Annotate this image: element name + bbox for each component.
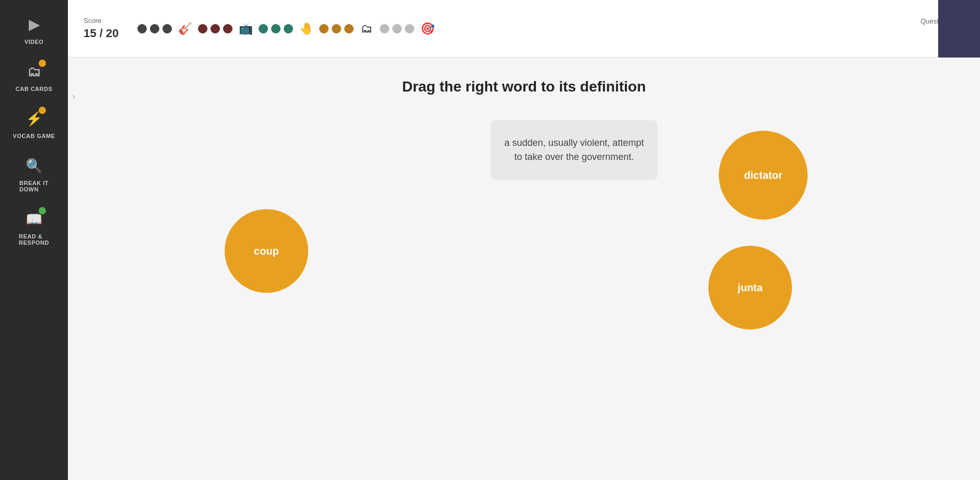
spinner-icon: 🎯 — [417, 19, 437, 39]
sidebar: ▶ VIDEO 🗂 CAB CARDS ⚡ VOCAB GAME 🔍 BREAK… — [0, 0, 68, 480]
word-circle-junta[interactable]: junta — [708, 246, 792, 329]
progress-dot-4 — [198, 24, 207, 33]
definition-box: a sudden, usually violent, attempt to ta… — [491, 120, 658, 180]
progress-dot-14 — [392, 24, 402, 33]
guitar-icon: 🎸 — [175, 19, 195, 39]
score-label: Score — [84, 17, 101, 25]
word-dictator-label: dictator — [744, 169, 782, 181]
progress-dot-2 — [150, 24, 159, 33]
main-content: Score 15 / 20 🎸 📺 🤚 — [68, 0, 980, 480]
score-section: Score 15 / 20 — [84, 17, 119, 40]
vocab-game-badge — [39, 107, 46, 114]
progress-dot-1 — [137, 24, 147, 33]
progress-dot-12 — [344, 24, 354, 33]
sidebar-item-break-it-down-label: BREAK ITDOWN — [19, 180, 49, 192]
cab-cards-icon: 🗂 — [27, 64, 41, 80]
progress-dot-13 — [380, 24, 389, 33]
definition-text: a sudden, usually violent, attempt to ta… — [504, 138, 644, 162]
progress-dot-10 — [319, 24, 329, 33]
hand-icon: 🤚 — [296, 19, 316, 39]
sidebar-item-video[interactable]: ▶ VIDEO — [0, 5, 68, 52]
nav-arrow[interactable]: › — [68, 89, 79, 104]
word-circle-coup[interactable]: coup — [225, 209, 308, 293]
sidebar-item-break-it-down[interactable]: 🔍 BREAK ITDOWN — [0, 146, 68, 200]
sidebar-item-read-respond[interactable]: 📖 READ &RESPOND — [0, 200, 68, 253]
video-icon: ▶ — [29, 17, 40, 33]
read-respond-badge — [39, 207, 46, 214]
word-junta-label: junta — [738, 282, 763, 294]
progress-dot-11 — [332, 24, 341, 33]
progress-dot-7 — [259, 24, 268, 33]
progress-dot-9 — [284, 24, 293, 33]
sidebar-item-video-label: VIDEO — [25, 39, 44, 45]
sidebar-item-cab-cards[interactable]: 🗂 CAB CARDS — [0, 52, 68, 99]
progress-dot-8 — [271, 24, 281, 33]
top-right-button[interactable] — [938, 0, 980, 58]
break-it-down-icon: 🔍 — [26, 158, 43, 174]
progress-dots: 🎸 📺 🤚 🗂 🎯 — [137, 19, 912, 39]
cab-cards-badge — [39, 60, 46, 67]
progress-dot-6 — [223, 24, 232, 33]
game-area: › Drag the right word to its definition … — [68, 58, 980, 480]
tv-icon: 📺 — [236, 19, 255, 39]
sidebar-item-cab-cards-label: CAB CARDS — [16, 86, 53, 92]
progress-dot-15 — [405, 24, 414, 33]
word-circle-dictator[interactable]: dictator — [719, 131, 808, 220]
instruction: Drag the right word to its definition — [402, 78, 646, 95]
sidebar-item-vocab-game[interactable]: ⚡ VOCAB GAME — [0, 99, 68, 146]
grid-icon: 🗂 — [357, 19, 377, 39]
score-value: 15 / 20 — [84, 27, 119, 40]
sidebar-item-read-respond-label: READ &RESPOND — [19, 233, 49, 246]
progress-dot-3 — [162, 24, 172, 33]
topbar: Score 15 / 20 🎸 📺 🤚 — [68, 0, 980, 58]
progress-dot-5 — [211, 24, 220, 33]
word-coup-label: coup — [254, 245, 279, 257]
sidebar-item-vocab-game-label: VOCAB GAME — [13, 133, 55, 139]
